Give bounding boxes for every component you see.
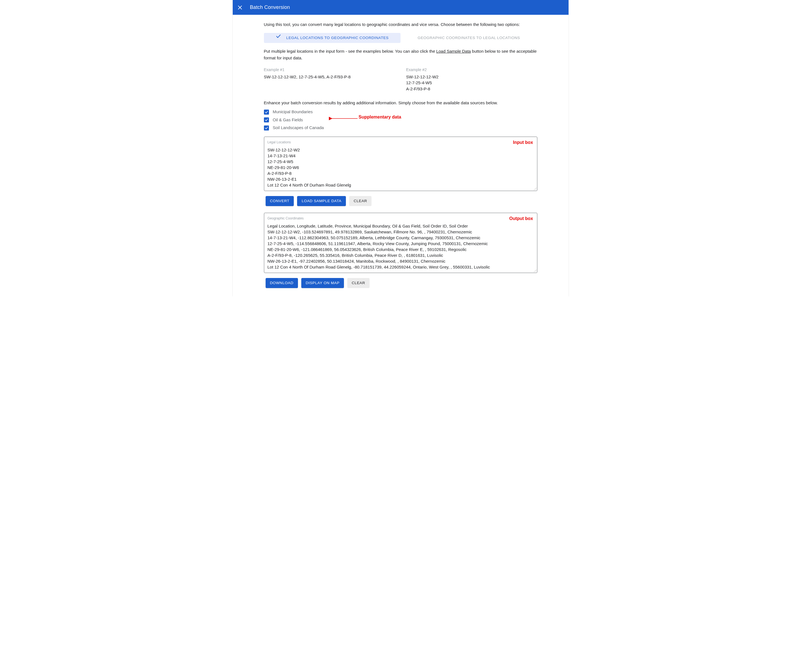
example-2-title: Example #2 [406, 67, 537, 73]
annotation-supplementary: Supplementary data [359, 114, 401, 121]
tab-label: GEOGRAPHIC COORDINATES TO LEGAL LOCATION… [418, 36, 520, 40]
mode-tabs: LEGAL LOCATIONS TO GEOGRAPHIC COORDINATE… [264, 33, 537, 43]
example-2-body: SW-12-12-12-W2 12-7-25-4-W5 A-2-F/93-P-8 [406, 74, 537, 92]
subintro-text: Put multiple legal locations in the inpu… [264, 48, 537, 61]
output-value[interactable]: Legal Location, Longitude, Latitude, Pro… [267, 223, 534, 270]
download-button[interactable]: DOWNLOAD [265, 278, 298, 288]
page-title: Batch Conversion [250, 3, 290, 11]
load-sample-button[interactable]: LOAD SAMPLE DATA [297, 196, 346, 206]
example-1: Example #1 SW-12-12-12-W2, 12-7-25-4-W5,… [264, 67, 395, 92]
annotation-input-box: Input box [513, 139, 533, 146]
annotation-output-box: Output box [509, 215, 533, 222]
example-1-title: Example #1 [264, 67, 395, 73]
geo-coordinates-output[interactable]: Geographic Coordinates Legal Location, L… [264, 213, 537, 273]
input-value[interactable]: SW-12-12-12-W2 14-7-13-21-W4 12-7-25-4-W… [267, 147, 534, 188]
clear-output-button[interactable]: CLEAR [347, 278, 370, 288]
input-label: Legal Locations [267, 140, 534, 145]
tab-legal-to-geo[interactable]: LEGAL LOCATIONS TO GEOGRAPHIC COORDINATE… [264, 33, 401, 43]
check-label: Municipal Boundaries [273, 109, 313, 115]
close-icon[interactable] [236, 4, 243, 11]
tab-geo-to-legal[interactable]: GEOGRAPHIC COORDINATES TO LEGAL LOCATION… [400, 33, 537, 43]
convert-button[interactable]: CONVERT [265, 196, 294, 206]
example-1-body: SW-12-12-12-W2, 12-7-25-4-W5, A-2-F/93-P… [264, 74, 395, 80]
intro-text: Using this tool, you can convert many le… [264, 21, 537, 28]
checkbox-icon[interactable] [264, 126, 269, 131]
output-label: Geographic Coordinates [267, 216, 534, 221]
check-label: Oil & Gas Fields [273, 117, 303, 123]
check-label: Soil Landscapes of Canada [273, 125, 324, 131]
checkbox-icon[interactable] [264, 118, 269, 122]
example-2: Example #2 SW-12-12-12-W2 12-7-25-4-W5 A… [406, 67, 537, 92]
display-on-map-button[interactable]: DISPLAY ON MAP [301, 278, 344, 288]
clear-input-button[interactable]: CLEAR [349, 196, 372, 206]
legal-locations-input[interactable]: Legal Locations SW-12-12-12-W2 14-7-13-2… [264, 137, 537, 191]
data-source-checks: Municipal Boundaries Oil & Gas Fields So… [264, 109, 537, 131]
tab-label: LEGAL LOCATIONS TO GEOGRAPHIC COORDINATE… [286, 33, 389, 43]
check-soil[interactable]: Soil Landscapes of Canada [264, 125, 537, 131]
arrow-icon [330, 116, 357, 122]
app-bar: Batch Conversion [233, 0, 569, 15]
checkbox-icon[interactable] [264, 110, 269, 114]
load-sample-link[interactable]: Load Sample Data [436, 49, 471, 53]
enhance-text: Enhance your batch conversion results by… [264, 100, 537, 106]
check-icon [276, 33, 281, 43]
